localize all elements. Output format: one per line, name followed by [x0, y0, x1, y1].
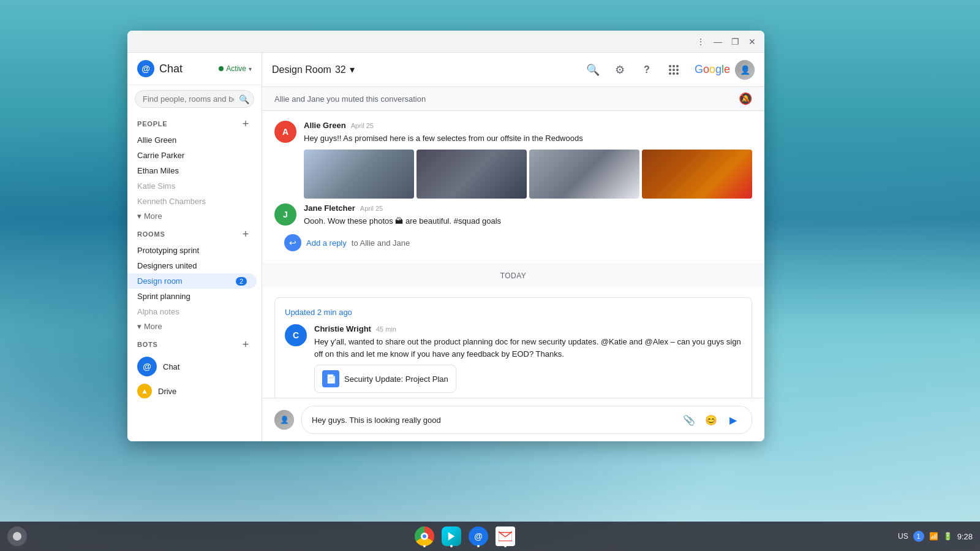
add-bot-button[interactable]: +	[239, 338, 252, 351]
people-section-header: PEOPLE +	[127, 113, 262, 132]
sidebar-item-prototyping-sprint[interactable]: Prototyping sprint	[127, 243, 257, 258]
chat-input[interactable]	[312, 416, 680, 425]
wifi-icon: 📶	[929, 532, 938, 541]
person-name: Katie Sims	[137, 181, 175, 191]
chat-bot-icon: @	[137, 357, 157, 376]
sidebar-item-designers-united[interactable]: Designers united	[127, 258, 257, 273]
maximize-button[interactable]: ❐	[728, 34, 742, 49]
help-button[interactable]: ?	[636, 59, 658, 81]
bot-name: Drive	[158, 387, 176, 396]
bots-section-title: BOTS	[137, 341, 158, 348]
taskbar: @ US	[0, 522, 980, 551]
rooms-more-label: More	[144, 322, 162, 331]
chat-messages: Allie and Jane you muted this conversati…	[262, 87, 764, 398]
google-brand: Google	[695, 63, 730, 76]
sidebar-item-kenneth-chambers[interactable]: Kenneth Chambers	[127, 194, 257, 209]
chevron-down-icon: ▾	[249, 66, 252, 72]
person-name: Allie Green	[137, 135, 176, 145]
launcher-button[interactable]	[7, 526, 27, 546]
people-more-button[interactable]: ▾ More	[127, 209, 262, 223]
sidebar-item-alpha-notes[interactable]: Alpha notes	[127, 304, 257, 319]
battery-icon: 🔋	[943, 532, 952, 541]
room-name: Design room	[137, 276, 183, 286]
search-button[interactable]: 🔍	[582, 59, 604, 81]
search-input[interactable]	[135, 90, 254, 108]
grid-icon	[669, 65, 679, 75]
chevron-down-icon: ▾	[350, 64, 355, 75]
member-count: 32	[335, 64, 346, 75]
taskbar-chrome[interactable]	[412, 524, 437, 549]
chat-room-name[interactable]: Design Room 32 ▾	[272, 64, 355, 75]
sidebar-item-katie-sims[interactable]: Katie Sims	[127, 178, 257, 194]
sidebar-item-ethan-miles[interactable]: Ethan Miles	[127, 163, 257, 178]
photo-item-1[interactable]	[304, 150, 414, 199]
sidebar-app-title: Chat	[159, 63, 183, 75]
msg-author: Christie Wright	[314, 324, 371, 333]
sidebar: @ Chat Active ▾ 🔍 PEOPLE + Allie Green	[127, 53, 262, 441]
title-bar-controls: ⋮ — ❐ ✕	[693, 34, 760, 49]
msg-header: Christie Wright 45 min	[314, 324, 742, 333]
sidebar-item-design-room[interactable]: Design room 2	[127, 273, 257, 289]
reply-row: ↩ Add a reply to Allie and Jane	[274, 232, 752, 254]
taskbar-play-store[interactable]	[439, 524, 464, 549]
bot-name: Chat	[163, 362, 179, 371]
notification-count-badge: 1	[913, 531, 924, 542]
sidebar-item-carrie-parker[interactable]: Carrie Parker	[127, 148, 257, 163]
taskbar-chat[interactable]: @	[466, 524, 491, 549]
emoji-button[interactable]: 😊	[703, 411, 720, 428]
taskbar-region: US	[898, 532, 908, 541]
room-title: Design Room	[272, 64, 331, 75]
add-room-button[interactable]: +	[239, 228, 252, 240]
settings-button[interactable]: ⚙	[609, 59, 631, 81]
chat-icon: @	[469, 526, 488, 546]
more-options-button[interactable]: ⋮	[693, 34, 708, 49]
sidebar-search-container: 🔍	[127, 85, 262, 113]
chevron-down-icon: ▾	[137, 322, 141, 331]
doc-attachment[interactable]: 📄 Secuirty Update: Project Plan	[314, 365, 456, 393]
add-person-button[interactable]: +	[239, 118, 252, 130]
rooms-section-title: ROOMS	[137, 230, 165, 238]
taskbar-gmail[interactable]	[493, 524, 518, 549]
msg-time: 45 min	[376, 325, 396, 333]
attach-button[interactable]: 📎	[680, 411, 698, 428]
photo-item-4[interactable]	[642, 150, 752, 199]
msg-text: Hey y'all, wanted to share out the produ…	[314, 336, 742, 360]
msg-text: Oooh. Wow these photos 🏔 are beautiful. …	[304, 215, 752, 227]
message-row-jane: J Jane Fletcher April 25 Oooh. Wow these…	[274, 203, 752, 227]
active-label: Active	[226, 64, 246, 73]
rooms-section-header: ROOMS +	[127, 223, 262, 243]
minimize-button[interactable]: —	[710, 34, 725, 49]
sidebar-item-allie-green[interactable]: Allie Green	[127, 132, 257, 148]
room-name: Sprint planning	[137, 292, 190, 301]
photo-item-2[interactable]	[417, 150, 527, 199]
unread-badge: 2	[236, 277, 247, 286]
rooms-more-button[interactable]: ▾ More	[127, 319, 262, 333]
svg-marker-0	[448, 532, 455, 541]
close-button[interactable]: ✕	[745, 34, 760, 49]
apps-button[interactable]	[663, 59, 685, 81]
person-name: Kenneth Chambers	[137, 197, 206, 206]
bots-section-header: BOTS +	[127, 333, 262, 353]
play-store-icon	[442, 526, 461, 546]
date-label: TODAY	[500, 272, 527, 280]
msg-content-christie: Christie Wright 45 min Hey y'all, wanted…	[314, 324, 742, 393]
sidebar-item-sprint-planning[interactable]: Sprint planning	[127, 289, 257, 304]
photo-item-3[interactable]	[529, 150, 639, 199]
mute-icon[interactable]: 🔕	[739, 92, 752, 105]
people-section-title: PEOPLE	[137, 120, 167, 127]
add-reply-button[interactable]: Add a reply	[306, 238, 347, 248]
updated-notice: Updated 2 min ago	[285, 308, 742, 324]
active-status[interactable]: Active ▾	[219, 64, 252, 73]
app-window: ⋮ — ❐ ✕ @ Chat Active ▾ 🔍	[127, 31, 764, 441]
send-button[interactable]: ▶	[725, 411, 742, 428]
msg-header: Jane Fletcher April 25	[304, 203, 752, 213]
app-indicator	[423, 545, 426, 547]
title-bar: ⋮ — ❐ ✕	[127, 31, 764, 53]
sidebar-item-chat-bot[interactable]: @ Chat	[127, 353, 262, 380]
app-indicator	[477, 545, 480, 547]
sidebar-item-drive-bot[interactable]: ▲ Drive	[127, 380, 262, 402]
avatar-allie: A	[274, 121, 296, 143]
msg-text: Hey guys!! As promised here is a few sel…	[304, 132, 752, 145]
user-avatar[interactable]: 👤	[735, 60, 755, 80]
active-dot	[219, 66, 224, 71]
